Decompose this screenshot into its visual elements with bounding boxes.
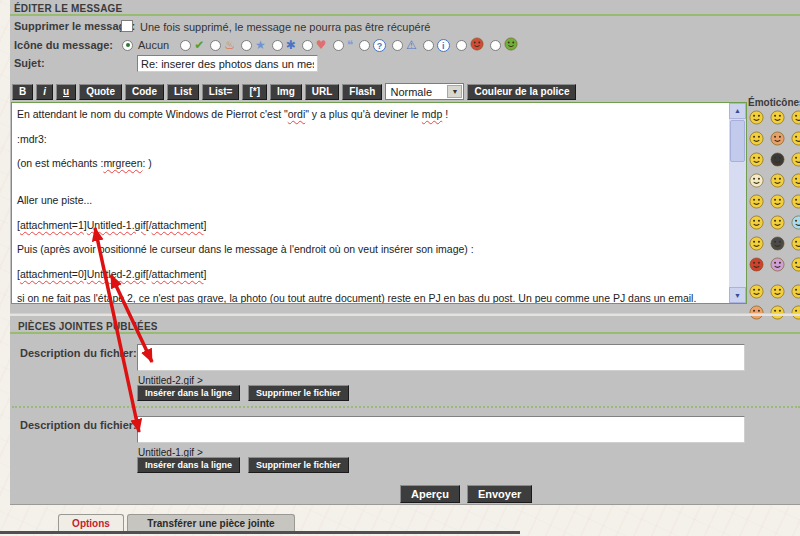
- url-button[interactable]: URL: [305, 84, 340, 100]
- flash-button[interactable]: Flash: [342, 84, 382, 100]
- emoticon-sweat[interactable]: [770, 284, 785, 299]
- tab-upload-attachment[interactable]: Transférer une pièce jointe: [127, 514, 295, 531]
- icon-none-radio[interactable]: [122, 40, 133, 51]
- attachments-rule: [10, 332, 800, 334]
- header-rule: [10, 14, 800, 16]
- warning-icon[interactable]: ⚠: [406, 38, 417, 52]
- ball-icon[interactable]: ✱: [286, 38, 296, 52]
- ordered-list-button[interactable]: List=: [202, 84, 240, 100]
- scroll-down-icon[interactable]: ▼: [729, 287, 746, 303]
- fire-icon[interactable]: ♨: [224, 38, 235, 52]
- message-icon-radio[interactable]: [333, 40, 344, 51]
- emoticon-idea[interactable]: [749, 152, 764, 167]
- file-description-input[interactable]: [137, 416, 745, 443]
- scrollbar-thumb[interactable]: [730, 120, 745, 162]
- quote-button[interactable]: Quote: [79, 84, 122, 100]
- emoticon-dizzy[interactable]: [770, 257, 785, 272]
- speech-bubble-icon[interactable]: ❝: [347, 38, 353, 52]
- message-textarea[interactable]: En attendant le nom du compte Windows de…: [11, 102, 747, 304]
- message-line: Aller une piste...: [17, 194, 725, 206]
- file-description-input[interactable]: [137, 344, 745, 371]
- emoticon-cry[interactable]: [791, 257, 800, 272]
- emoticon-rolleyes[interactable]: [770, 194, 785, 209]
- attachments-title: PIÈCES JOINTES PUBLIÉES: [18, 321, 158, 332]
- emoticon-moustache[interactable]: [770, 236, 785, 251]
- message-icon-radio[interactable]: [456, 40, 467, 51]
- emoticon-neutral[interactable]: [770, 173, 785, 188]
- emoticon-laughing[interactable]: [791, 110, 800, 125]
- message-icon-radio[interactable]: [302, 40, 313, 51]
- emoticon-angry[interactable]: [749, 257, 764, 272]
- emoticon-frozen[interactable]: [791, 236, 800, 251]
- emoticon-happy[interactable]: [749, 215, 764, 230]
- emoticon-whistle[interactable]: [791, 284, 800, 299]
- emoticon-embarrassed[interactable]: [770, 131, 785, 146]
- mrgreen-smiley-icon[interactable]: [504, 37, 518, 53]
- italic-button[interactable]: i: [36, 84, 53, 100]
- list-button[interactable]: List: [167, 84, 199, 100]
- font-size-value: Normale: [390, 86, 432, 98]
- emoticon-lol[interactable]: [749, 194, 764, 209]
- font-size-select[interactable]: Normale ▼: [385, 83, 464, 100]
- subject-input[interactable]: [137, 55, 318, 72]
- message-icon-radio[interactable]: [359, 40, 370, 51]
- emoticon-surprised[interactable]: [791, 152, 800, 167]
- message-text: En attendant le nom du compte Windows de…: [12, 103, 729, 303]
- delete-message-checkbox[interactable]: [121, 20, 133, 32]
- message-line: [17, 120, 725, 132]
- delete-file-button[interactable]: Supprimer le fichier: [248, 457, 349, 473]
- message-line: [attachment=0]Untitled-2.gif[/attachment…: [17, 268, 725, 280]
- emoticon-wink[interactable]: [791, 131, 800, 146]
- message-line: [17, 206, 725, 218]
- delete-message-hint: Une fois supprimé, le message ne pourra …: [140, 21, 430, 33]
- submit-button[interactable]: Envoyer: [467, 485, 532, 503]
- info-icon[interactable]: i: [437, 39, 450, 52]
- insert-inline-button[interactable]: Insérer dans la ligne: [137, 385, 240, 401]
- list-item-button[interactable]: [*]: [242, 84, 267, 100]
- checkmark-icon[interactable]: ✔: [194, 38, 204, 52]
- insert-inline-button[interactable]: Insérer dans la ligne: [137, 457, 240, 473]
- emoticon-confused[interactable]: [791, 194, 800, 209]
- code-button[interactable]: Code: [125, 84, 164, 100]
- heart-icon[interactable]: ♥: [316, 38, 327, 52]
- emoticon-sunny[interactable]: [749, 236, 764, 251]
- message-icon-radio[interactable]: [180, 40, 191, 51]
- message-icon-radio[interactable]: [210, 40, 221, 51]
- delete-file-button[interactable]: Supprimer le fichier: [248, 385, 349, 401]
- underline-button[interactable]: u: [56, 84, 76, 100]
- subject-label: Sujet:: [14, 57, 45, 69]
- message-icon-options: Aucun ✔♨★✱♥❝?⚠i: [122, 37, 518, 53]
- emoticon-rofl[interactable]: [749, 284, 764, 299]
- message-icon-radio[interactable]: [241, 40, 252, 51]
- tab-options[interactable]: Options: [58, 514, 124, 531]
- bold-button[interactable]: B: [12, 84, 33, 100]
- angry-smiley-icon[interactable]: [470, 37, 484, 53]
- message-scrollbar[interactable]: ▲ ▼: [729, 103, 746, 303]
- message-line: [17, 280, 725, 292]
- img-button[interactable]: Img: [270, 84, 302, 100]
- message-line: (on est méchants :mrgreen: ): [17, 157, 725, 169]
- message-line: :mdr3:: [17, 133, 725, 145]
- emoticon-smile[interactable]: [749, 110, 764, 125]
- emoticon-arrow[interactable]: [770, 152, 785, 167]
- font-color-button[interactable]: Couleur de la police: [467, 84, 576, 100]
- preview-button[interactable]: Aperçu: [400, 485, 460, 503]
- section-separator: [10, 313, 800, 316]
- message-icon-radio[interactable]: [392, 40, 403, 51]
- emoticon-angel[interactable]: [749, 173, 764, 188]
- scroll-up-icon[interactable]: ▲: [729, 103, 746, 119]
- message-line: si on ne fait pas l'étape 2, ce n'est pa…: [17, 292, 725, 303]
- message-line: [17, 145, 725, 157]
- message-icon-radio[interactable]: [423, 40, 434, 51]
- emoticon-shock[interactable]: [791, 215, 800, 230]
- question-icon[interactable]: ?: [373, 39, 386, 52]
- icon-none-label: Aucun: [138, 39, 169, 51]
- emoticon-cool[interactable]: [791, 173, 800, 188]
- emoticon-razz[interactable]: [749, 131, 764, 146]
- message-line: [17, 231, 725, 243]
- star-icon[interactable]: ★: [255, 38, 266, 52]
- message-icon-radio[interactable]: [490, 40, 501, 51]
- emoticon-biggrin[interactable]: [770, 110, 785, 125]
- emoticon-eh[interactable]: [770, 215, 785, 230]
- message-icon-radio[interactable]: [272, 40, 283, 51]
